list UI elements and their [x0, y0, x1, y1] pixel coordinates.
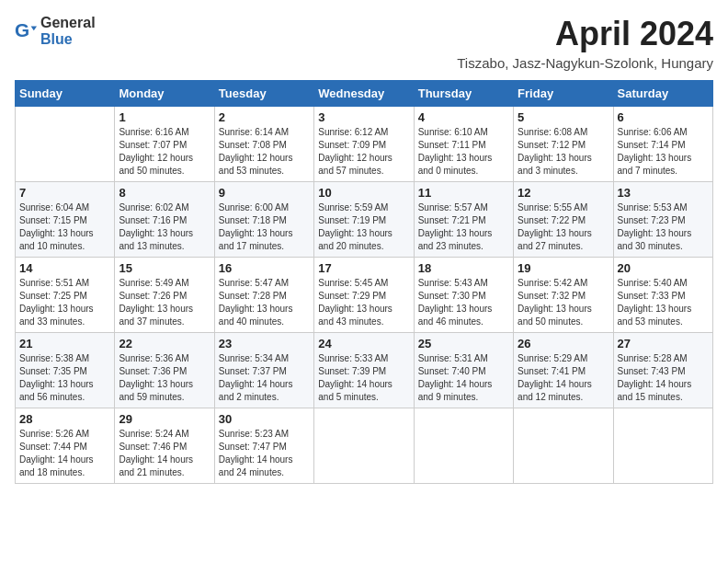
day-number: 19 [518, 261, 609, 275]
day-header-saturday: Saturday [613, 81, 712, 107]
calendar-cell: 5Sunrise: 6:08 AM Sunset: 7:12 PM Daylig… [514, 107, 613, 182]
day-number: 1 [119, 110, 210, 124]
day-number: 13 [618, 186, 709, 200]
day-header-sunday: Sunday [16, 81, 115, 107]
logo-text: General Blue [40, 15, 96, 47]
calendar-cell: 12Sunrise: 5:55 AM Sunset: 7:22 PM Dayli… [514, 182, 613, 258]
calendar-cell: 9Sunrise: 6:00 AM Sunset: 7:18 PM Daylig… [214, 182, 313, 258]
day-info: Sunrise: 6:00 AM Sunset: 7:18 PM Dayligh… [219, 201, 310, 253]
calendar-cell: 25Sunrise: 5:31 AM Sunset: 7:40 PM Dayli… [414, 333, 513, 408]
title-area: April 2024 Tiszabo, Jasz-Nagykun-Szolonk… [457, 15, 713, 71]
calendar-cell [414, 408, 513, 484]
day-info: Sunrise: 6:14 AM Sunset: 7:08 PM Dayligh… [219, 126, 310, 178]
calendar-cell [314, 408, 414, 484]
day-info: Sunrise: 5:40 AM Sunset: 7:33 PM Dayligh… [618, 277, 709, 328]
day-number: 11 [418, 186, 509, 200]
calendar-cell: 27Sunrise: 5:28 AM Sunset: 7:43 PM Dayli… [613, 333, 712, 408]
day-number: 29 [119, 412, 210, 426]
calendar-cell: 14Sunrise: 5:51 AM Sunset: 7:25 PM Dayli… [16, 258, 115, 333]
day-number: 5 [518, 110, 609, 124]
calendar-cell [514, 408, 613, 484]
day-number: 12 [518, 186, 609, 200]
day-number: 21 [19, 337, 110, 350]
calendar-cell [16, 107, 115, 182]
calendar-cell: 26Sunrise: 5:29 AM Sunset: 7:41 PM Dayli… [514, 333, 613, 408]
day-info: Sunrise: 6:04 AM Sunset: 7:15 PM Dayligh… [19, 201, 110, 253]
day-info: Sunrise: 5:51 AM Sunset: 7:25 PM Dayligh… [19, 277, 110, 328]
day-header-tuesday: Tuesday [214, 81, 313, 107]
logo-icon: G [15, 20, 37, 42]
day-number: 10 [318, 186, 409, 200]
calendar-cell: 7Sunrise: 6:04 AM Sunset: 7:15 PM Daylig… [16, 182, 115, 258]
day-number: 27 [618, 337, 709, 350]
calendar-cell: 21Sunrise: 5:38 AM Sunset: 7:35 PM Dayli… [16, 333, 115, 408]
calendar-cell: 18Sunrise: 5:43 AM Sunset: 7:30 PM Dayli… [414, 258, 513, 333]
day-info: Sunrise: 5:55 AM Sunset: 7:22 PM Dayligh… [518, 201, 609, 253]
calendar-cell: 17Sunrise: 5:45 AM Sunset: 7:29 PM Dayli… [314, 258, 414, 333]
calendar-cell: 4Sunrise: 6:10 AM Sunset: 7:11 PM Daylig… [414, 107, 513, 182]
calendar-cell: 11Sunrise: 5:57 AM Sunset: 7:21 PM Dayli… [414, 182, 513, 258]
day-number: 17 [318, 261, 409, 275]
day-number: 6 [618, 110, 709, 124]
calendar-cell: 19Sunrise: 5:42 AM Sunset: 7:32 PM Dayli… [514, 258, 613, 333]
day-info: Sunrise: 5:38 AM Sunset: 7:35 PM Dayligh… [19, 352, 110, 404]
day-header-wednesday: Wednesday [314, 81, 414, 107]
calendar-cell: 13Sunrise: 5:53 AM Sunset: 7:23 PM Dayli… [613, 182, 712, 258]
calendar-header-row: SundayMondayTuesdayWednesdayThursdayFrid… [16, 81, 713, 107]
calendar-cell [613, 408, 712, 484]
day-number: 3 [318, 110, 409, 124]
day-header-monday: Monday [115, 81, 214, 107]
svg-text:G: G [15, 20, 29, 40]
calendar-week-5: 28Sunrise: 5:26 AM Sunset: 7:44 PM Dayli… [16, 408, 713, 484]
calendar-cell: 22Sunrise: 5:36 AM Sunset: 7:36 PM Dayli… [115, 333, 214, 408]
day-info: Sunrise: 5:26 AM Sunset: 7:44 PM Dayligh… [19, 428, 110, 479]
logo: G General Blue [15, 15, 96, 47]
day-info: Sunrise: 5:29 AM Sunset: 7:41 PM Dayligh… [518, 352, 609, 404]
calendar-cell: 28Sunrise: 5:26 AM Sunset: 7:44 PM Dayli… [16, 408, 115, 484]
day-info: Sunrise: 5:36 AM Sunset: 7:36 PM Dayligh… [119, 352, 210, 404]
day-info: Sunrise: 5:43 AM Sunset: 7:30 PM Dayligh… [418, 277, 509, 328]
calendar-body: 1Sunrise: 6:16 AM Sunset: 7:07 PM Daylig… [16, 107, 713, 484]
day-info: Sunrise: 5:24 AM Sunset: 7:46 PM Dayligh… [119, 428, 210, 479]
day-number: 15 [119, 261, 210, 275]
day-number: 9 [219, 186, 310, 200]
day-info: Sunrise: 5:45 AM Sunset: 7:29 PM Dayligh… [318, 277, 409, 328]
day-info: Sunrise: 5:42 AM Sunset: 7:32 PM Dayligh… [518, 277, 609, 328]
day-number: 8 [119, 186, 210, 200]
day-number: 22 [119, 337, 210, 350]
calendar-week-4: 21Sunrise: 5:38 AM Sunset: 7:35 PM Dayli… [16, 333, 713, 408]
day-info: Sunrise: 6:02 AM Sunset: 7:16 PM Dayligh… [119, 201, 210, 253]
day-info: Sunrise: 6:16 AM Sunset: 7:07 PM Dayligh… [119, 126, 210, 178]
day-info: Sunrise: 5:34 AM Sunset: 7:37 PM Dayligh… [219, 352, 310, 404]
day-number: 2 [219, 110, 310, 124]
day-header-friday: Friday [514, 81, 613, 107]
day-number: 24 [318, 337, 409, 350]
calendar-week-1: 1Sunrise: 6:16 AM Sunset: 7:07 PM Daylig… [16, 107, 713, 182]
calendar-cell: 24Sunrise: 5:33 AM Sunset: 7:39 PM Dayli… [314, 333, 414, 408]
day-info: Sunrise: 5:53 AM Sunset: 7:23 PM Dayligh… [618, 201, 709, 253]
calendar-cell: 16Sunrise: 5:47 AM Sunset: 7:28 PM Dayli… [214, 258, 313, 333]
location-title: Tiszabo, Jasz-Nagykun-Szolonk, Hungary [457, 55, 713, 71]
day-number: 18 [418, 261, 509, 275]
logo-blue: Blue [40, 31, 73, 47]
day-number: 7 [19, 186, 110, 200]
calendar-week-3: 14Sunrise: 5:51 AM Sunset: 7:25 PM Dayli… [16, 258, 713, 333]
day-info: Sunrise: 6:08 AM Sunset: 7:12 PM Dayligh… [518, 126, 609, 178]
svg-marker-1 [31, 26, 37, 30]
calendar-cell: 23Sunrise: 5:34 AM Sunset: 7:37 PM Dayli… [214, 333, 313, 408]
calendar-cell: 29Sunrise: 5:24 AM Sunset: 7:46 PM Dayli… [115, 408, 214, 484]
calendar-cell: 10Sunrise: 5:59 AM Sunset: 7:19 PM Dayli… [314, 182, 414, 258]
day-info: Sunrise: 5:28 AM Sunset: 7:43 PM Dayligh… [618, 352, 709, 404]
calendar-cell: 3Sunrise: 6:12 AM Sunset: 7:09 PM Daylig… [314, 107, 414, 182]
logo-general: General [40, 15, 96, 30]
calendar-cell: 15Sunrise: 5:49 AM Sunset: 7:26 PM Dayli… [115, 258, 214, 333]
day-number: 20 [618, 261, 709, 275]
day-info: Sunrise: 5:23 AM Sunset: 7:47 PM Dayligh… [219, 428, 310, 479]
calendar-cell: 20Sunrise: 5:40 AM Sunset: 7:33 PM Dayli… [613, 258, 712, 333]
day-info: Sunrise: 5:33 AM Sunset: 7:39 PM Dayligh… [318, 352, 409, 404]
calendar-cell: 1Sunrise: 6:16 AM Sunset: 7:07 PM Daylig… [115, 107, 214, 182]
day-number: 4 [418, 110, 509, 124]
day-info: Sunrise: 6:10 AM Sunset: 7:11 PM Dayligh… [418, 126, 509, 178]
calendar-table: SundayMondayTuesdayWednesdayThursdayFrid… [15, 80, 713, 484]
day-number: 25 [418, 337, 509, 350]
